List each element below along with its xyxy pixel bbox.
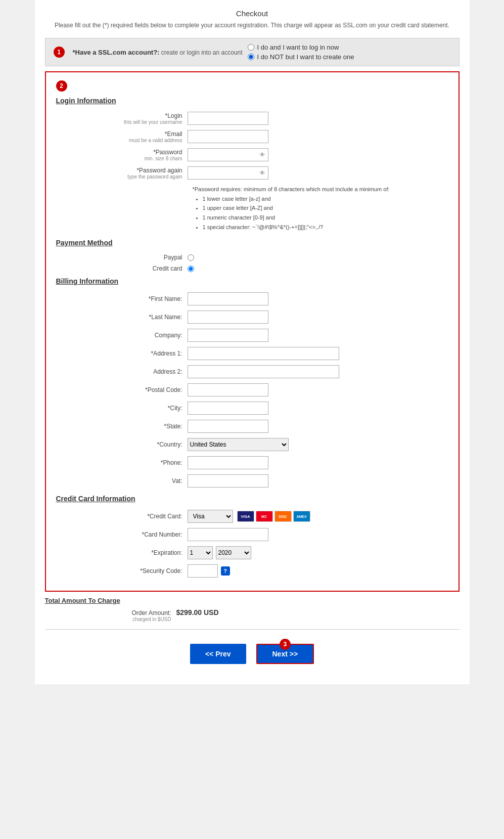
postal-row: *Postal Code: bbox=[56, 383, 448, 396]
email-field-row: *Email must be a valid address bbox=[56, 130, 448, 143]
footer-buttons: << Prev 3 Next >> bbox=[45, 637, 460, 674]
state-input[interactable] bbox=[188, 420, 268, 433]
cc-number-input[interactable] bbox=[188, 528, 268, 541]
password-again-input[interactable] bbox=[188, 166, 268, 180]
address1-row: *Address 1: bbox=[56, 347, 448, 360]
page-subtitle: Please fill out the (*) required fields … bbox=[45, 21, 460, 30]
step3-badge: 3 bbox=[280, 639, 291, 650]
password-req-title: *Password requires: minimum of 8 charact… bbox=[193, 186, 390, 192]
company-input[interactable] bbox=[188, 329, 268, 342]
security-code-label: *Security Code: bbox=[56, 567, 188, 575]
cc-type-wrapper: Visa MasterCard Discover American Expres… bbox=[188, 510, 310, 523]
expiry-month-select[interactable]: 1234 5678 9101112 bbox=[188, 546, 213, 559]
cc-icons: VISA MC DISC AMEX bbox=[237, 511, 310, 522]
address2-row: Address 2: bbox=[56, 365, 448, 378]
account-option2[interactable]: I do NOT but I want to create one bbox=[248, 53, 354, 61]
country-label: *Country: bbox=[56, 441, 188, 448]
city-row: *City: bbox=[56, 402, 448, 415]
country-row: *Country: United States Canada United Ki… bbox=[56, 438, 448, 451]
company-label: Company: bbox=[56, 332, 188, 339]
amex-icon: AMEX bbox=[293, 511, 310, 522]
email-input[interactable] bbox=[188, 130, 268, 143]
security-code-input[interactable] bbox=[188, 564, 218, 578]
password-eye-icon[interactable]: 👁 bbox=[259, 151, 265, 158]
last-name-row: *Last Name: bbox=[56, 311, 448, 324]
password-again-label: *Password again type the password again bbox=[56, 167, 188, 180]
step1-badge: 1 bbox=[54, 47, 65, 58]
account-section-label: *Have a SSL.com account?: create or logi… bbox=[73, 49, 243, 56]
order-amount-row: Order Amount: charged in $USD $299.00 US… bbox=[45, 608, 460, 622]
page-title: Checkout bbox=[45, 5, 460, 18]
password-label: *Password min. size 8 chars bbox=[56, 149, 188, 161]
account-section: 1 *Have a SSL.com account?: create or lo… bbox=[45, 38, 460, 66]
paypal-label: Paypal bbox=[56, 254, 188, 261]
state-row: *State: bbox=[56, 420, 448, 433]
password-req-item: 1 upper case letter [A-Z] and bbox=[203, 203, 448, 213]
password-wrapper: 👁 bbox=[188, 148, 268, 161]
credit-card-radio[interactable] bbox=[188, 266, 194, 272]
login-input[interactable] bbox=[188, 112, 268, 125]
cc-info-title: Credit Card Information bbox=[56, 495, 448, 503]
mastercard-icon: MC bbox=[256, 511, 273, 522]
phone-label: *Phone: bbox=[56, 459, 188, 466]
account-radio-login[interactable] bbox=[248, 44, 254, 51]
account-option1[interactable]: I do and I want to log in now bbox=[248, 43, 354, 51]
account-radio-group: I do and I want to log in now I do NOT b… bbox=[248, 43, 354, 61]
postal-label: *Postal Code: bbox=[56, 386, 188, 393]
expiry-year-select[interactable]: 2020202120222023 202420252026 bbox=[216, 546, 251, 559]
security-wrapper: ? bbox=[188, 564, 230, 578]
cc-type-select[interactable]: Visa MasterCard Discover American Expres… bbox=[188, 510, 233, 523]
password-req-item: 1 special character: ~`!@#\$%^&*()-+=[][… bbox=[203, 223, 448, 232]
address2-input[interactable] bbox=[188, 365, 339, 378]
address1-label: *Address 1: bbox=[56, 350, 188, 357]
account-label-sub: create or login into an account bbox=[161, 49, 243, 56]
security-help-icon[interactable]: ? bbox=[221, 566, 230, 576]
password-req-list: 1 lower case letter [a-z] and 1 upper ca… bbox=[203, 194, 448, 232]
prev-button[interactable]: << Prev bbox=[190, 644, 246, 664]
password-requirements: *Password requires: minimum of 8 charact… bbox=[193, 185, 448, 232]
password-req-item: 1 numeric character [0-9] and bbox=[203, 213, 448, 223]
expiry-label: *Expiration: bbox=[56, 549, 188, 556]
account-label-main: *Have a SSL.com account?: bbox=[73, 49, 160, 56]
password-again-eye-icon[interactable]: 👁 bbox=[259, 169, 265, 176]
vat-row: Vat: bbox=[56, 474, 448, 488]
discover-icon: DISC bbox=[274, 511, 292, 522]
password-req-item: 1 lower case letter [a-z] and bbox=[203, 194, 448, 204]
phone-input[interactable] bbox=[188, 456, 268, 469]
order-label: Order Amount: charged in $USD bbox=[45, 609, 176, 622]
total-title: Total Amount To Charge bbox=[45, 597, 460, 604]
expiry-wrapper: 1234 5678 9101112 2020202120222023 20242… bbox=[188, 546, 251, 559]
password-again-field-row: *Password again type the password again … bbox=[56, 166, 448, 180]
company-row: Company: bbox=[56, 329, 448, 342]
email-label: *Email must be a valid address bbox=[56, 130, 188, 143]
address2-label: Address 2: bbox=[56, 368, 188, 375]
address1-input[interactable] bbox=[188, 347, 339, 360]
city-input[interactable] bbox=[188, 402, 268, 415]
account-option1-label: I do and I want to log in now bbox=[257, 43, 339, 51]
cc-number-row: *Card Number: bbox=[56, 528, 448, 541]
city-label: *City: bbox=[56, 405, 188, 412]
login-field-row: *Login this will be your username bbox=[56, 112, 448, 125]
first-name-input[interactable] bbox=[188, 292, 268, 305]
vat-input[interactable] bbox=[188, 474, 268, 488]
step2-badge: 2 bbox=[56, 80, 67, 92]
postal-input[interactable] bbox=[188, 383, 268, 396]
country-select[interactable]: United States Canada United Kingdom Aust… bbox=[188, 438, 289, 451]
login-info-title: Login Information bbox=[56, 97, 448, 105]
credit-card-label: Credit card bbox=[56, 265, 188, 272]
first-name-label: *First Name: bbox=[56, 295, 188, 302]
visa-icon: VISA bbox=[237, 511, 254, 522]
first-name-row: *First Name: bbox=[56, 292, 448, 305]
last-name-input[interactable] bbox=[188, 311, 268, 324]
account-radio-create[interactable] bbox=[248, 54, 254, 60]
last-name-label: *Last Name: bbox=[56, 314, 188, 321]
password-input[interactable] bbox=[188, 148, 268, 161]
paypal-radio[interactable] bbox=[188, 254, 194, 261]
vat-label: Vat: bbox=[56, 477, 188, 484]
main-form-box: 2 Login Information *Login this will be … bbox=[45, 71, 460, 592]
account-option2-label: I do NOT but I want to create one bbox=[257, 53, 354, 61]
login-label: *Login this will be your username bbox=[56, 112, 188, 125]
cc-number-label: *Card Number: bbox=[56, 531, 188, 538]
cc-type-row: *Credit Card: Visa MasterCard Discover A… bbox=[56, 510, 448, 523]
expiry-row: *Expiration: 1234 5678 9101112 202020212… bbox=[56, 546, 448, 559]
